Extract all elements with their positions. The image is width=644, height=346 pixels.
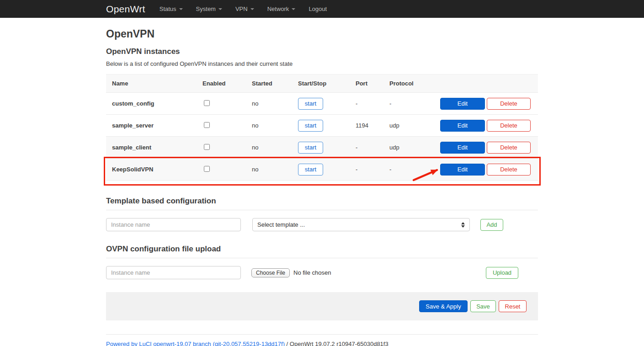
nav-item-status[interactable]: Status — [160, 5, 183, 12]
template-section-title: Template based configuration — [106, 197, 538, 206]
divider — [106, 258, 538, 258]
port-value: - — [356, 166, 389, 173]
start-button[interactable]: start — [298, 120, 323, 132]
table-header-row: Name Enabled Started Start/Stop Port Pro… — [106, 74, 538, 92]
upload-form-row: Choose File No file chosen Upload — [106, 266, 538, 279]
enabled-checkbox[interactable] — [204, 166, 210, 172]
instance-name: sample_server — [106, 122, 202, 129]
edit-button[interactable]: Edit — [440, 120, 485, 132]
upload-instance-name-input[interactable] — [106, 266, 241, 279]
page-title: OpenVPN — [106, 27, 538, 40]
save-apply-button[interactable]: Save & Apply — [419, 300, 468, 312]
start-button[interactable]: start — [298, 98, 323, 110]
instance-name: KeepSolidVPN — [106, 166, 202, 173]
delete-button[interactable]: Delete — [487, 120, 531, 132]
chevron-down-icon — [250, 8, 254, 10]
started-status: no — [252, 122, 298, 129]
template-select[interactable]: Select template ... — [252, 218, 470, 231]
select-spinner-icon — [461, 222, 465, 228]
instance-name: sample_client — [106, 144, 202, 151]
openwrt-logo[interactable]: OpenWrt — [106, 4, 145, 15]
started-status: no — [252, 100, 298, 107]
nav-item-label: System — [196, 5, 216, 12]
nav-item-label: VPN — [235, 5, 248, 12]
edit-button[interactable]: Edit — [440, 142, 485, 154]
started-status: no — [252, 166, 298, 173]
choose-file-button[interactable]: Choose File — [251, 268, 290, 277]
upload-button[interactable]: Upload — [486, 267, 518, 279]
footer-version-text: OpenWrt 19.07.2 r10947-65030d81f3 — [290, 341, 389, 346]
reset-button[interactable]: Reset — [499, 300, 527, 312]
nav-item-system[interactable]: System — [196, 5, 222, 12]
chevron-down-icon — [218, 8, 222, 10]
main-content: OpenVPN OpenVPN instances Below is a lis… — [106, 27, 538, 346]
luci-footer-link[interactable]: Powered by LuCI openwrt-19.07 branch (gi… — [106, 341, 285, 346]
column-header-name: Name — [106, 80, 202, 87]
table-row: sample_client no start - udp Edit Delete — [106, 136, 538, 158]
page-footer: Powered by LuCI openwrt-19.07 branch (gi… — [106, 334, 538, 346]
table-row: sample_server no start 1194 udp Edit Del… — [106, 114, 538, 136]
add-button[interactable]: Add — [480, 219, 503, 231]
no-file-chosen-label: No file chosen — [293, 269, 331, 276]
enabled-checkbox[interactable] — [204, 100, 210, 106]
template-select-value: Select template ... — [257, 221, 461, 228]
action-bar: Save & Apply Save Reset — [106, 292, 538, 320]
edit-button[interactable]: Edit — [440, 98, 485, 110]
nav-item-network[interactable]: Network — [267, 5, 296, 12]
protocol-value: udp — [389, 122, 440, 129]
chevron-down-icon — [179, 8, 183, 10]
port-value: - — [356, 144, 389, 151]
start-button[interactable]: start — [298, 164, 323, 176]
template-instance-name-input[interactable] — [106, 218, 241, 231]
protocol-value: udp — [389, 144, 440, 151]
table-row-highlighted: KeepSolidVPN no start - - Edit Delete — [106, 158, 538, 180]
start-button[interactable]: start — [298, 142, 323, 154]
save-button[interactable]: Save — [470, 300, 496, 312]
column-header-started: Started — [252, 80, 298, 87]
port-value: - — [356, 100, 389, 107]
footer-separator: / — [285, 341, 290, 346]
table-row: custom_config no start - - Edit Delete — [106, 92, 538, 114]
column-header-enabled: Enabled — [202, 80, 252, 87]
enabled-checkbox[interactable] — [204, 122, 210, 128]
nav-menu: Status System VPN Network Logout — [160, 5, 327, 12]
template-form-row: Select template ... Add — [106, 218, 538, 231]
enabled-checkbox[interactable] — [204, 144, 210, 150]
nav-item-label: Network — [267, 5, 289, 12]
chevron-down-icon — [292, 8, 295, 10]
nav-item-logout[interactable]: Logout — [309, 5, 327, 12]
nav-item-vpn[interactable]: VPN — [235, 5, 254, 12]
protocol-value: - — [389, 100, 440, 107]
column-header-port: Port — [356, 80, 389, 87]
nav-item-label: Status — [160, 5, 176, 12]
top-navbar: OpenWrt Status System VPN Network Logout — [0, 0, 644, 18]
instance-name: custom_config — [106, 100, 202, 107]
nav-item-label: Logout — [309, 5, 327, 12]
upload-section-title: OVPN configuration file upload — [106, 245, 538, 254]
delete-button[interactable]: Delete — [487, 164, 531, 176]
edit-button[interactable]: Edit — [440, 164, 485, 176]
instances-table: Name Enabled Started Start/Stop Port Pro… — [106, 74, 538, 181]
column-header-protocol: Protocol — [389, 80, 440, 87]
delete-button[interactable]: Delete — [487, 142, 531, 154]
instances-section-title: OpenVPN instances — [106, 47, 538, 56]
started-status: no — [252, 144, 298, 151]
port-value: 1194 — [356, 122, 389, 129]
instances-section-description: Below is a list of configured OpenVPN in… — [106, 60, 538, 68]
protocol-value: - — [389, 166, 440, 173]
delete-button[interactable]: Delete — [487, 98, 531, 110]
column-header-startstop: Start/Stop — [298, 80, 356, 87]
divider — [106, 210, 538, 210]
